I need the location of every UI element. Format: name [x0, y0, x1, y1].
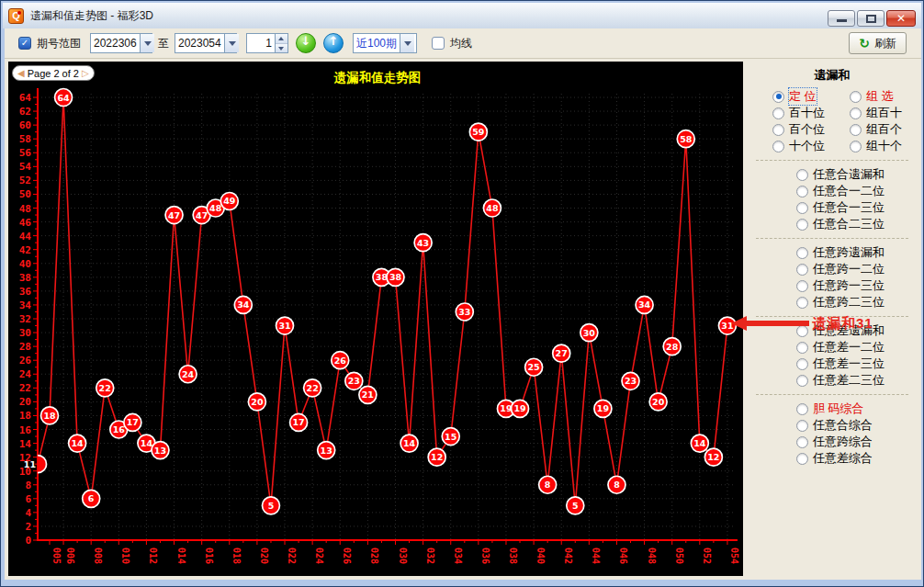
shift-down-button[interactable]: ↓ — [296, 33, 316, 53]
radio-icon[interactable] — [796, 436, 808, 448]
minimize-button[interactable] — [828, 10, 855, 27]
svg-text:022: 022 — [287, 547, 297, 564]
svg-text:48: 48 — [209, 203, 222, 213]
radio-option[interactable]: 任意合遗漏和 — [796, 166, 921, 183]
radio-option[interactable]: 任意合二三位 — [796, 216, 921, 232]
svg-text:2: 2 — [25, 521, 31, 533]
radio-label: 任意合遗漏和 — [813, 166, 885, 183]
svg-text:遗漏和值走势图: 遗漏和值走势图 — [333, 70, 422, 85]
radio-option[interactable]: 任意合综合 — [796, 417, 921, 434]
radio-option[interactable]: 任意差综合 — [796, 450, 921, 467]
spin-down-button[interactable] — [276, 44, 287, 53]
svg-text:49: 49 — [223, 196, 235, 206]
svg-text:34: 34 — [19, 299, 32, 311]
maximize-button[interactable] — [857, 10, 885, 27]
svg-text:054: 054 — [729, 547, 739, 564]
svg-text:006: 006 — [65, 547, 75, 564]
svg-text:40: 40 — [19, 258, 31, 270]
radio-option[interactable]: 胆 码综合 — [796, 401, 921, 417]
svg-text:17: 17 — [292, 417, 304, 427]
radio-icon[interactable] — [796, 297, 808, 309]
svg-text:020: 020 — [259, 547, 269, 564]
radio-icon[interactable] — [796, 375, 808, 387]
radio-option[interactable]: 任意差遗漏和 — [796, 322, 921, 339]
title-bar: Q 遗漏和值走势图 - 福彩3D ✕ — [3, 3, 921, 28]
svg-text:30: 30 — [583, 328, 596, 338]
radio-option[interactable]: 任意差二三位 — [796, 372, 921, 389]
period-from-select[interactable]: 2022306 — [90, 33, 152, 53]
radio-option[interactable]: 百十位 — [772, 105, 850, 121]
radio-icon[interactable] — [796, 186, 808, 198]
radio-option[interactable]: 百个位 — [772, 121, 850, 138]
radio-icon[interactable] — [796, 247, 808, 259]
radio-label: 任意合一三位 — [813, 199, 885, 216]
radio-icon[interactable] — [796, 219, 808, 231]
radio-option[interactable]: 任意跨一二位 — [796, 261, 921, 277]
radio-option[interactable]: 任意合一二位 — [796, 183, 921, 199]
recent-periods-value: 近100期 — [354, 36, 400, 51]
recent-periods-select[interactable]: 近100期 — [353, 33, 417, 53]
chevron-down-icon[interactable] — [140, 34, 154, 52]
radio-icon[interactable] — [796, 202, 808, 214]
chevron-down-icon[interactable] — [400, 34, 414, 52]
spin-up-button[interactable] — [276, 34, 287, 44]
page-nav[interactable]: ◀ Page 2 of 2 ▷ — [12, 65, 95, 81]
radio-icon[interactable] — [796, 453, 808, 465]
radio-icon[interactable] — [796, 280, 808, 292]
radio-icon[interactable] — [796, 342, 808, 354]
radio-icon[interactable] — [796, 420, 808, 432]
radio-icon[interactable] — [796, 358, 808, 370]
radio-option[interactable]: 组十个 — [850, 138, 921, 154]
radio-icon[interactable] — [796, 403, 808, 415]
radio-icon[interactable] — [772, 141, 784, 152]
radio-icon[interactable] — [796, 169, 808, 181]
svg-text:62: 62 — [19, 106, 31, 118]
radio-option[interactable]: 组百个 — [850, 121, 921, 138]
svg-text:23: 23 — [348, 376, 360, 386]
page-prev-icon[interactable]: ◀ — [17, 69, 25, 78]
radio-option[interactable]: 任意跨二三位 — [796, 294, 921, 310]
step-spinner[interactable]: 1 — [246, 33, 288, 53]
radio-icon[interactable] — [772, 91, 784, 103]
ma-checkbox[interactable] — [432, 37, 445, 50]
divider — [756, 394, 908, 395]
radio-option[interactable]: 任意差一二位 — [796, 339, 921, 356]
radio-icon[interactable] — [796, 264, 808, 276]
radio-icon[interactable] — [850, 141, 862, 152]
svg-text:036: 036 — [480, 547, 490, 564]
svg-text:44: 44 — [19, 231, 32, 243]
radio-icon[interactable] — [796, 325, 808, 337]
radio-option[interactable]: 任意跨综合 — [796, 434, 921, 450]
radio-icon[interactable] — [850, 91, 862, 103]
svg-text:18: 18 — [19, 410, 31, 422]
radio-option[interactable]: 定 位 — [772, 88, 850, 105]
radio-icon[interactable] — [850, 124, 862, 136]
radio-label: 任意跨遗漏和 — [813, 244, 885, 261]
svg-text:18: 18 — [43, 411, 56, 421]
svg-text:46: 46 — [19, 217, 32, 229]
svg-text:30: 30 — [19, 327, 31, 339]
svg-text:6: 6 — [25, 493, 31, 505]
radio-icon[interactable] — [772, 124, 784, 136]
close-button[interactable]: ✕ — [886, 10, 916, 27]
sidebar-groups: 定 位组 选百十位组百十百个位组百个十个位组十个任意合遗漏和任意合一二位任意合一… — [743, 88, 921, 467]
period-to-select[interactable]: 2023054 — [175, 33, 237, 53]
page-next-icon[interactable]: ▷ — [82, 69, 89, 78]
radio-option[interactable]: 十个位 — [772, 138, 850, 154]
period-range-checkbox[interactable]: ✓ — [18, 37, 31, 50]
divider — [756, 160, 908, 161]
chevron-down-icon[interactable] — [224, 34, 239, 52]
radio-option[interactable]: 组百十 — [850, 105, 921, 121]
radio-option[interactable]: 任意差一三位 — [796, 356, 921, 372]
refresh-button[interactable]: ↻ 刷新 — [849, 32, 907, 54]
radio-icon[interactable] — [772, 107, 784, 119]
radio-option[interactable]: 任意合一三位 — [796, 199, 921, 216]
radio-option[interactable]: 组 选 — [850, 88, 921, 105]
svg-text:11: 11 — [24, 459, 36, 469]
radio-icon[interactable] — [850, 107, 862, 119]
radio-option[interactable]: 任意跨一三位 — [796, 277, 921, 294]
svg-text:43: 43 — [417, 238, 429, 248]
radio-option[interactable]: 任意跨遗漏和 — [796, 244, 921, 261]
radio-label: 组十个 — [866, 138, 902, 154]
shift-up-button[interactable]: ↑ — [323, 33, 344, 53]
